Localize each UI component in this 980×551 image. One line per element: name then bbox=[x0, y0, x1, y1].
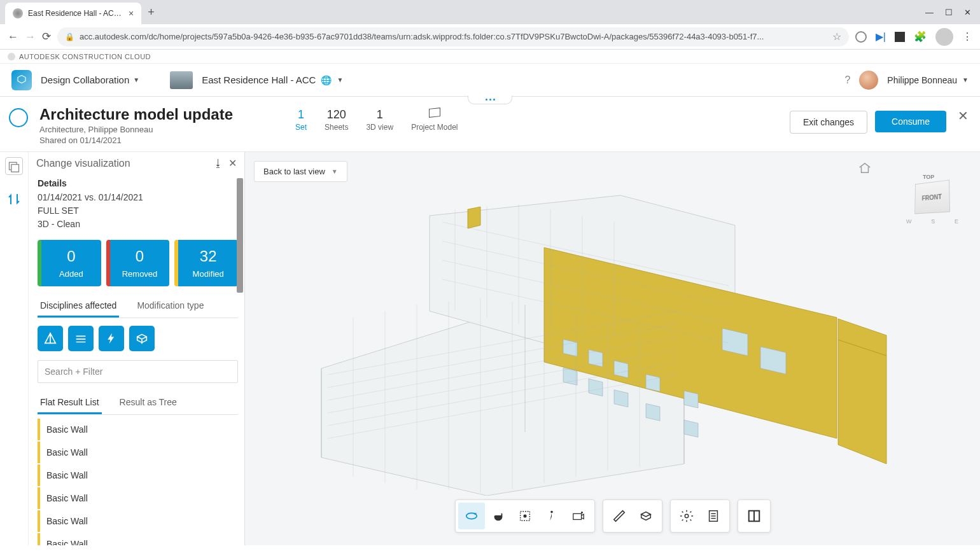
stat-project-model[interactable]: Project Model bbox=[411, 108, 458, 132]
zoom-tool-icon[interactable] bbox=[512, 503, 538, 529]
result-item[interactable]: Basic Wall bbox=[38, 419, 238, 440]
project-selector[interactable]: East Residence Hall - ACC 🌐 ▼ bbox=[202, 74, 343, 85]
result-item[interactable]: Basic Wall bbox=[38, 487, 238, 509]
download-icon[interactable]: ⭳ bbox=[213, 158, 223, 169]
chevron-down-icon: ▼ bbox=[133, 76, 139, 83]
reload-icon[interactable]: ⟳ bbox=[42, 30, 51, 43]
new-tab-button[interactable]: + bbox=[148, 6, 155, 19]
lock-icon: 🔒 bbox=[65, 32, 74, 41]
measure-tool-icon[interactable] bbox=[606, 503, 633, 529]
help-icon[interactable]: ? bbox=[844, 74, 850, 86]
building-model bbox=[290, 190, 913, 496]
tile-removed[interactable]: 0 Removed bbox=[106, 240, 170, 286]
tile-added[interactable]: 0 Added bbox=[38, 240, 101, 286]
cube-icon bbox=[429, 108, 440, 118]
pan-tool-icon[interactable] bbox=[485, 503, 512, 529]
close-sidebar-icon[interactable]: ✕ bbox=[228, 157, 237, 169]
tab-disciplines[interactable]: Disciplines affected bbox=[38, 295, 119, 317]
forward-icon[interactable]: → bbox=[25, 31, 36, 43]
bookmark-bar[interactable]: AUTODESK CONSTRUCTION CLOUD bbox=[0, 50, 980, 64]
back-icon[interactable]: ← bbox=[8, 31, 18, 43]
settings-tool-icon[interactable] bbox=[673, 503, 700, 529]
walk-tool-icon[interactable] bbox=[538, 503, 565, 529]
ext-icon-1[interactable] bbox=[855, 31, 867, 43]
svg-point-29 bbox=[685, 514, 689, 518]
search-input[interactable]: Search + Filter bbox=[38, 360, 238, 383]
discipline-architecture-icon[interactable] bbox=[38, 326, 63, 351]
exit-changes-button[interactable]: Exit changes bbox=[790, 111, 867, 134]
view-label: 3D - Clean bbox=[38, 218, 238, 231]
tab-tree[interactable]: Result as Tree bbox=[117, 392, 179, 414]
chevron-down-icon: ▼ bbox=[332, 168, 338, 175]
set-label: FULL SET bbox=[38, 204, 238, 218]
app-logo-icon[interactable] bbox=[11, 70, 32, 90]
user-menu[interactable]: Philippe Bonneau ▼ bbox=[887, 75, 969, 85]
favicon-icon bbox=[13, 8, 23, 18]
package-meta: Architecture, Philippe Bonneau bbox=[39, 125, 233, 134]
discipline-mechanical-icon[interactable] bbox=[129, 326, 155, 351]
close-panel-icon[interactable]: ✕ bbox=[958, 108, 969, 123]
back-to-last-view-button[interactable]: Back to last view ▼ bbox=[254, 161, 347, 182]
result-item[interactable]: Basic Wall bbox=[38, 533, 238, 545]
globe-icon: 🌐 bbox=[321, 75, 332, 85]
tab-flat-list[interactable]: Flat Result List bbox=[38, 392, 102, 414]
discipline-structural-icon[interactable] bbox=[68, 326, 94, 351]
consume-button[interactable]: Consume bbox=[875, 111, 946, 132]
compare-dates: 01/14/2021 vs. 01/14/2021 bbox=[38, 191, 238, 204]
section-tool-icon[interactable] bbox=[633, 503, 659, 529]
chevron-down-icon: ▼ bbox=[337, 76, 343, 83]
scrollbar[interactable] bbox=[237, 178, 243, 293]
split-view-icon[interactable] bbox=[741, 503, 767, 529]
extensions-icon[interactable]: 🧩 bbox=[914, 31, 927, 43]
svg-rect-22 bbox=[684, 420, 698, 437]
viewcube-front[interactable]: FRONT bbox=[914, 179, 950, 214]
module-label: Design Collaboration bbox=[41, 74, 129, 85]
discipline-electrical-icon[interactable] bbox=[99, 326, 124, 351]
properties-tool-icon[interactable] bbox=[700, 503, 727, 529]
rail-compare-icon[interactable] bbox=[5, 190, 23, 208]
minimize-icon[interactable]: — bbox=[925, 8, 934, 17]
result-item[interactable]: Basic Wall bbox=[38, 464, 238, 486]
camera-tool-icon[interactable] bbox=[565, 503, 592, 529]
tab-title: East Residence Hall - ACC - Aut... bbox=[28, 9, 123, 18]
bookmark-label: AUTODESK CONSTRUCTION CLOUD bbox=[19, 53, 151, 60]
package-shared: Shared on 01/14/2021 bbox=[39, 136, 233, 145]
package-title: Architecture model update bbox=[39, 106, 233, 123]
tile-modified[interactable]: 32 Modified bbox=[174, 240, 238, 286]
tab-modification-type[interactable]: Modification type bbox=[134, 295, 206, 317]
package-status-icon bbox=[9, 108, 28, 127]
user-label: Philippe Bonneau bbox=[887, 75, 957, 85]
compass-icon: WSE bbox=[906, 218, 958, 231]
drawer-handle[interactable] bbox=[468, 95, 512, 104]
user-avatar[interactable] bbox=[859, 71, 878, 90]
project-label: East Residence Hall - ACC bbox=[202, 74, 316, 85]
browser-tab[interactable]: East Residence Hall - ACC - Aut... × bbox=[5, 3, 141, 24]
tab-close-icon[interactable]: × bbox=[129, 8, 134, 18]
menu-icon[interactable]: ⋮ bbox=[962, 31, 972, 43]
stat-3dview[interactable]: 1 3D view bbox=[366, 108, 393, 132]
ext-icon-2[interactable]: ▶| bbox=[876, 31, 886, 43]
svg-rect-1 bbox=[11, 165, 19, 172]
profile-avatar[interactable] bbox=[935, 28, 953, 46]
orbit-tool-icon[interactable] bbox=[458, 503, 485, 529]
module-selector[interactable]: Design Collaboration ▼ bbox=[41, 74, 139, 85]
home-view-icon[interactable] bbox=[858, 161, 872, 178]
svg-point-28 bbox=[581, 512, 582, 513]
rail-changes-icon[interactable] bbox=[5, 157, 23, 175]
chevron-down-icon: ▼ bbox=[962, 76, 969, 83]
svg-point-26 bbox=[550, 511, 553, 513]
result-item[interactable]: Basic Wall bbox=[38, 510, 238, 532]
stat-set[interactable]: 1 Set bbox=[295, 108, 307, 132]
address-bar[interactable]: 🔒 acc.autodesk.com/dc/home/projects/597a… bbox=[57, 27, 849, 46]
maximize-icon[interactable]: ☐ bbox=[945, 8, 953, 17]
3d-viewport[interactable]: Back to last view ▼ TOP FRONT WSE bbox=[245, 152, 980, 545]
close-window-icon[interactable]: ✕ bbox=[964, 8, 971, 17]
ext-icon-3[interactable] bbox=[895, 32, 905, 42]
stat-sheets[interactable]: 120 Sheets bbox=[325, 108, 348, 132]
project-thumbnail bbox=[170, 71, 193, 89]
sidebar-title: Change visualization bbox=[36, 158, 208, 169]
result-item[interactable]: Basic Wall bbox=[38, 442, 238, 463]
star-icon[interactable]: ☆ bbox=[832, 31, 841, 43]
bookmark-favicon-icon bbox=[8, 53, 15, 60]
svg-marker-7 bbox=[468, 207, 480, 228]
